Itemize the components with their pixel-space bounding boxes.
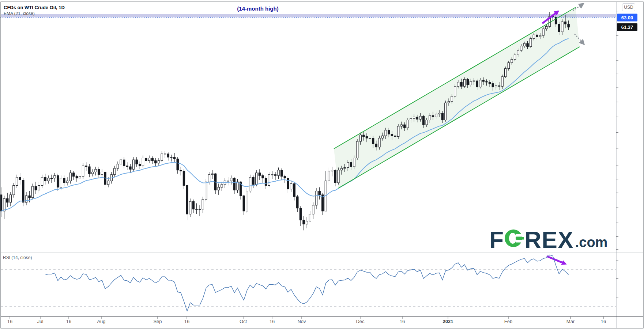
time-tick-label: 2021 [443, 319, 453, 324]
time-tick-label: 16 [66, 319, 71, 324]
logo-letters-rex: REX [524, 231, 574, 250]
time-tick-label: Sep [153, 319, 162, 324]
time-tick-label: Nov [297, 319, 306, 324]
legend: CFDs on WTI Crude Oil, 1D EMA (21, close… [4, 4, 65, 17]
alert-price-label-63: 63.00 [617, 14, 637, 22]
forex-com-logo: F REX .com [489, 229, 607, 250]
chart-widget: CFDs on WTI Crude Oil, 1D EMA (21, close… [0, 0, 644, 330]
annotation-14-month-high: (14-month high) [207, 5, 309, 12]
time-tick-label: Jul [37, 319, 44, 324]
time-tick-label: 16 [184, 319, 189, 324]
price-axis[interactable]: 64.0060.0056.0054.0052.0050.0048.0046.00… [617, 0, 644, 316]
rsi-line [45, 255, 569, 311]
trend-channel-top-line [334, 7, 576, 149]
time-tick-label: 16 [7, 319, 12, 324]
time-tick-label: Mar [566, 319, 575, 324]
time-tick-label: Aug [97, 319, 105, 324]
logo-letter-f: F [489, 231, 504, 250]
purple-arrow-rsi-divergence [547, 256, 565, 264]
currency-toggle-button[interactable]: USD [622, 3, 635, 11]
chart-surface[interactable] [0, 0, 644, 330]
time-tick-label: Feb [504, 319, 512, 324]
logo-power-plug-o-icon [505, 229, 524, 249]
trend-channel-bottom-line [338, 47, 580, 188]
logo-dot-com: .com [575, 235, 608, 250]
time-tick-label: 16 [270, 319, 275, 324]
symbol-title[interactable]: CFDs on WTI Crude Oil, 1D [4, 4, 65, 11]
last-price-label: 61.37 [617, 23, 637, 31]
candlestick-series [0, 12, 569, 230]
resistance-band [1, 14, 616, 18]
time-tick-label: Oct [240, 319, 247, 324]
time-axis[interactable]: 16Jul16AugSep16Oct16NovDec162021FebMar16 [0, 317, 616, 328]
time-tick-label: Dec [356, 319, 364, 324]
ema-indicator-label[interactable]: EMA (21, close) [4, 11, 65, 17]
time-tick-label: 16 [601, 319, 606, 324]
rsi-indicator-label[interactable]: RSI (14, close) [3, 255, 32, 260]
time-tick-label: 16 [400, 319, 405, 324]
